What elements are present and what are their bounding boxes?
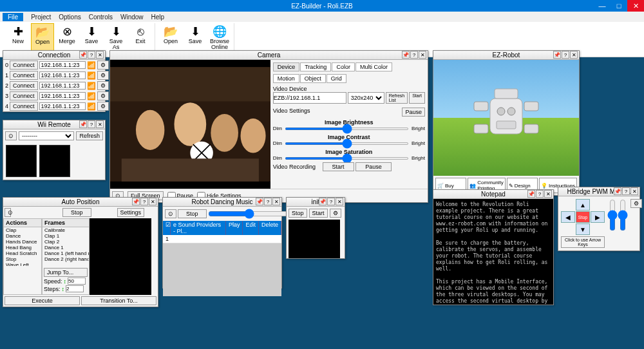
ezrobot-3d-view[interactable]: [433, 60, 579, 176]
panel-close-icon[interactable]: ✕: [630, 187, 638, 195]
arrow-right-button[interactable]: ▶: [591, 211, 605, 223]
maximize-button[interactable]: □: [611, 0, 627, 12]
ribbon-open[interactable]: 📂Open: [31, 23, 54, 52]
menu-options[interactable]: Options: [59, 14, 80, 21]
actions-list[interactable]: ClapDanceHands DanceHead BangHead Scratc…: [4, 227, 41, 266]
panel-close-icon[interactable]: ✕: [570, 51, 578, 59]
panel-help-icon[interactable]: ?: [536, 190, 544, 198]
wii-toggle[interactable]: ⊙: [5, 131, 17, 140]
ribbon-save[interactable]: ⬇Save: [80, 23, 103, 52]
panel-help-icon[interactable]: ?: [410, 51, 418, 59]
menu-help[interactable]: Help: [151, 14, 165, 21]
camera-tab-grid[interactable]: Grid: [327, 74, 346, 83]
panel-close-icon[interactable]: ✕: [96, 51, 104, 59]
camera-tab-tracking[interactable]: Tracking: [300, 62, 331, 71]
ip-input-2[interactable]: [39, 82, 86, 90]
camera-tab-motion[interactable]: Motion: [273, 74, 299, 83]
panel-close-icon[interactable]: ✕: [149, 198, 156, 205]
panel-pin-icon[interactable]: 📌: [319, 198, 327, 205]
panel-help-icon[interactable]: ?: [622, 187, 630, 195]
panel-pin-icon[interactable]: 📌: [402, 51, 410, 59]
speed-up-icon[interactable]: ↕: [64, 278, 67, 285]
init-start-button[interactable]: Start: [309, 209, 328, 218]
brightness-slider[interactable]: [285, 127, 409, 130]
video-device-input[interactable]: [273, 92, 346, 104]
hbridge-slider-right[interactable]: [619, 199, 627, 231]
ribbon-cloud-save[interactable]: ⬇Save: [184, 23, 207, 52]
panel-pin-icon[interactable]: 📌: [79, 51, 87, 59]
hbridge-slider-left[interactable]: [609, 199, 616, 231]
ribbon-merge[interactable]: ⊗Merge: [55, 23, 79, 52]
arrow-down-button[interactable]: ▼: [576, 223, 590, 235]
panel-pin-icon[interactable]: 📌: [527, 190, 535, 198]
menu-project[interactable]: Project: [31, 14, 51, 21]
saturation-slider[interactable]: [285, 157, 409, 160]
camera-tab-multicolor[interactable]: Multi Color: [355, 62, 392, 71]
panel-help-icon[interactable]: ?: [264, 198, 272, 205]
panel-pin-icon[interactable]: 📌: [79, 120, 87, 128]
connect-button-0[interactable]: Connect: [10, 61, 38, 70]
panel-pin-icon[interactable]: 📌: [553, 51, 561, 59]
init-stop-button[interactable]: Stop: [289, 209, 307, 218]
gear-button-4[interactable]: ⚙: [97, 102, 109, 111]
panel-close-icon[interactable]: ✕: [336, 198, 343, 205]
close-button[interactable]: ✕: [627, 0, 644, 12]
rdm-toggle[interactable]: ⊙: [165, 209, 176, 218]
ip-input-3[interactable]: [39, 92, 86, 100]
camera-tab-object[interactable]: Object: [300, 74, 326, 83]
settings-pause-button[interactable]: Pause: [402, 108, 425, 117]
panel-close-icon[interactable]: ✕: [96, 120, 104, 128]
ip-input-4[interactable]: [39, 102, 86, 110]
panel-help-icon[interactable]: ?: [88, 51, 95, 59]
ip-input-0[interactable]: [39, 61, 86, 69]
panel-pin-icon[interactable]: 📌: [256, 198, 263, 205]
camera-tab-color[interactable]: Color: [332, 62, 355, 71]
contrast-slider[interactable]: [285, 142, 409, 145]
ap-stop-button[interactable]: Stop: [62, 208, 91, 217]
hbridge-hint[interactable]: Click to use Arrow Keys: [561, 236, 605, 248]
stop-button[interactable]: Stop: [576, 211, 590, 223]
panel-close-icon[interactable]: ✕: [419, 51, 426, 59]
arrow-left-button[interactable]: ◀: [561, 211, 575, 223]
gear-button-0[interactable]: ⚙: [97, 61, 109, 70]
steps-up-icon[interactable]: ↕: [62, 286, 65, 292]
speed-input[interactable]: [68, 278, 86, 285]
menu-file[interactable]: File: [3, 13, 23, 21]
ribbon-save-as[interactable]: ⬇Save As: [104, 23, 128, 52]
panel-pin-icon[interactable]: 📌: [614, 187, 621, 195]
init-config-button[interactable]: ⚙: [330, 209, 341, 218]
menu-controls[interactable]: Controls: [89, 14, 113, 21]
camera-tab-device[interactable]: Device: [273, 62, 300, 71]
arrow-up-button[interactable]: ▲: [576, 199, 590, 211]
rdm-stop-button[interactable]: Stop: [178, 209, 207, 218]
panel-close-icon[interactable]: ✕: [272, 198, 280, 205]
table-row[interactable]: 1: [163, 235, 281, 243]
hbridge-config-button[interactable]: ⚙: [630, 199, 642, 208]
gear-button-1[interactable]: ⚙: [97, 71, 109, 80]
minimize-button[interactable]: —: [594, 0, 611, 12]
wii-refresh-button[interactable]: Refresh: [76, 131, 103, 140]
rdm-volume-slider[interactable]: [208, 209, 291, 219]
execute-button[interactable]: Execute: [5, 296, 80, 305]
panel-help-icon[interactable]: ?: [140, 198, 148, 205]
ip-input-1[interactable]: [39, 71, 86, 79]
panel-help-icon[interactable]: ?: [88, 120, 95, 128]
resolution-select[interactable]: 320x240: [348, 92, 384, 104]
steps-input[interactable]: [66, 285, 84, 292]
menu-window[interactable]: Window: [120, 14, 144, 21]
record-start-button[interactable]: Start: [323, 162, 354, 171]
ap-toggle[interactable]: ⊙: [5, 208, 11, 217]
connect-button-3[interactable]: Connect: [10, 91, 38, 100]
notepad-text[interactable]: Welcome to the Revolution Roli example p…: [433, 199, 553, 305]
connect-button-2[interactable]: Connect: [10, 81, 38, 90]
wii-device-select[interactable]: --------: [19, 131, 74, 140]
ribbon-cloud-open[interactable]: 📂Open: [159, 23, 182, 52]
rdm-table[interactable]: 1: [163, 235, 281, 296]
gear-button-3[interactable]: ⚙: [97, 91, 109, 100]
gear-button-2[interactable]: ⚙: [97, 81, 109, 90]
ribbon-new[interactable]: ✚New: [6, 23, 30, 52]
panel-help-icon[interactable]: ?: [562, 51, 569, 59]
connect-button-1[interactable]: Connect: [10, 71, 38, 80]
connect-button-4[interactable]: Connect: [10, 102, 38, 111]
panel-help-icon[interactable]: ?: [327, 198, 335, 205]
